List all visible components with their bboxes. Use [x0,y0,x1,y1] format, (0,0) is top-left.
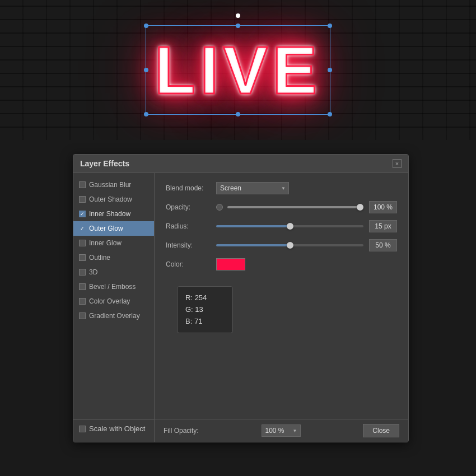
opacity-slider-wrapper [216,204,363,211]
main-panel-wrapper: Blend mode: Screen Normal Multiply Overl… [155,173,408,442]
sidebar-item-3d[interactable]: 3D [73,265,154,279]
sidebar-footer: Scale with Object [73,419,154,437]
handle-bottom-left[interactable] [144,112,148,116]
outer-glow-checkbox[interactable] [79,225,86,232]
color-b-value: 71 [194,317,202,325]
radius-row: Radius: 15 px [166,220,397,232]
handle-top-right[interactable] [328,24,332,28]
intensity-slider[interactable] [216,244,363,246]
outline-checkbox[interactable] [79,254,86,261]
color-r-row: R: 254 [185,292,225,304]
sidebar-item-outline[interactable]: Outline [73,250,154,265]
dialog-footer: Fill Opacity: 100 % 75 % 50 % 25 % Close [155,419,408,442]
radius-slider-wrapper [216,225,363,227]
color-b-label: B: [185,317,192,325]
blend-mode-select[interactable]: Screen Normal Multiply Overlay [216,182,289,194]
color-label: Color: [166,260,211,268]
gaussian-blur-checkbox[interactable] [79,181,86,188]
opacity-row: Opacity: 100 % [166,201,397,213]
brick-background: LIVE [0,0,476,140]
sidebar: Gaussian Blur Outer Shadow Inner Shadow … [73,173,155,442]
color-g-value: 13 [195,305,203,314]
inner-glow-label: Inner Glow [89,239,122,247]
outline-label: Outline [89,254,110,262]
sidebar-item-color-overlay[interactable]: Color Overlay [73,294,154,309]
radius-slider[interactable] [216,225,363,227]
handle-top-center[interactable] [236,24,240,28]
color-row: Color: R: 254 G: 13 B: [166,258,397,270]
opacity-value[interactable]: 100 % [369,201,397,213]
sidebar-item-inner-glow[interactable]: Inner Glow [73,236,154,250]
sidebar-item-outer-glow[interactable]: Outer Glow [73,221,154,236]
blend-mode-label: Blend mode: [166,184,211,192]
color-overlay-label: Color Overlay [89,297,130,305]
handle-bottom-center[interactable] [236,112,240,116]
color-g-label: G: [185,305,193,314]
opacity-radio[interactable] [216,204,223,211]
bevel-emboss-label: Bevel / Emboss [89,283,136,291]
selection-box [146,25,330,115]
radius-value[interactable]: 15 px [369,220,397,232]
sidebar-item-bevel-emboss[interactable]: Bevel / Emboss [73,279,154,294]
gradient-overlay-checkbox[interactable] [79,312,86,319]
sidebar-item-gradient-overlay[interactable]: Gradient Overlay [73,309,154,323]
gaussian-blur-label: Gaussian Blur [89,181,131,189]
intensity-row: Intensity: 50 % [166,239,397,251]
inner-shadow-checkbox[interactable] [79,211,86,217]
color-overlay-checkbox[interactable] [79,298,86,305]
opacity-slider[interactable] [227,206,363,208]
color-b-row: B: 71 [185,316,225,328]
sidebar-item-inner-shadow[interactable]: Inner Shadow [73,207,154,221]
outer-shadow-checkbox[interactable] [79,196,86,203]
dialog-titlebar: Layer Effects × [73,155,408,173]
handle-rotate[interactable] [236,13,240,18]
handle-middle-right[interactable] [328,68,332,72]
intensity-slider-wrapper [216,244,363,246]
color-g-row: G: 13 [185,304,225,316]
intensity-value[interactable]: 50 % [369,239,397,251]
blend-mode-select-wrapper: Screen Normal Multiply Overlay [216,182,289,194]
color-swatch[interactable] [216,258,245,270]
scale-with-object-label: Scale with Object [89,424,145,433]
dialog-body: Gaussian Blur Outer Shadow Inner Shadow … [73,173,408,442]
fill-opacity-label: Fill Opacity: [164,427,199,435]
fill-opacity-select-wrapper: 100 % 75 % 50 % 25 % [262,424,301,437]
color-r-label: R: [185,293,193,302]
outer-shadow-label: Outer Shadow [89,195,132,203]
layer-effects-dialog: Layer Effects × Gaussian Blur Outer Shad… [73,154,409,442]
outer-glow-label: Outer Glow [89,225,123,232]
main-panel: Blend mode: Screen Normal Multiply Overl… [155,173,408,419]
dialog-title: Layer Effects [80,159,129,168]
canvas-area: LIVE [0,0,476,140]
close-button[interactable]: Close [363,424,399,437]
handle-bottom-right[interactable] [328,112,332,116]
dialog-close-button[interactable]: × [393,159,402,168]
inner-shadow-label: Inner Shadow [89,210,130,218]
color-r-value: 254 [195,293,207,302]
inner-glow-checkbox[interactable] [79,240,86,246]
intensity-label: Intensity: [166,241,211,249]
radius-label: Radius: [166,222,211,230]
3d-checkbox[interactable] [79,269,86,276]
color-tooltip: R: 254 G: 13 B: 71 [177,286,233,333]
neon-container: LIVE [138,20,339,120]
handle-middle-left[interactable] [144,68,148,72]
sidebar-item-gaussian-blur[interactable]: Gaussian Blur [73,178,154,192]
gradient-overlay-label: Gradient Overlay [89,312,140,320]
handle-top-left[interactable] [144,24,148,28]
sidebar-item-outer-shadow[interactable]: Outer Shadow [73,192,154,207]
fill-opacity-select[interactable]: 100 % 75 % 50 % 25 % [262,424,301,437]
scale-with-object-checkbox[interactable] [79,426,86,432]
3d-label: 3D [89,268,97,276]
bevel-emboss-checkbox[interactable] [79,283,86,290]
opacity-label: Opacity: [166,203,211,211]
blend-mode-row: Blend mode: Screen Normal Multiply Overl… [166,182,397,194]
